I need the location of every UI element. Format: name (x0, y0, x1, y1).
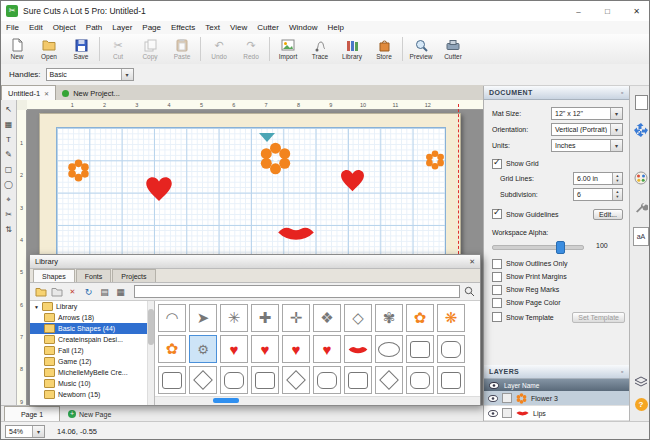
library-horizontal-scrollbar[interactable] (155, 396, 480, 405)
layer-row-lips[interactable]: Lips (484, 406, 629, 421)
shape-cell-asterisk[interactable]: ✳ (220, 304, 248, 332)
import-button[interactable]: Import (272, 34, 304, 64)
paste-button[interactable]: Paste (166, 34, 198, 64)
add-folder-icon[interactable] (34, 285, 47, 298)
menu-edit[interactable]: Edit (24, 21, 48, 34)
shape-cell-diamond-outline[interactable] (189, 366, 217, 394)
text-tool[interactable]: T (2, 132, 16, 147)
menu-layer[interactable]: Layer (107, 21, 137, 34)
tree-scrollbar[interactable] (147, 301, 154, 405)
canvas-shape-lips[interactable] (277, 224, 315, 245)
shape-cell-lips[interactable] (344, 335, 372, 363)
trace-button[interactable]: Trace (304, 34, 336, 64)
shape-cell-rounded-rect-4[interactable] (313, 366, 341, 394)
shape-cell-heart-3[interactable]: ♥ (282, 335, 310, 363)
tab-new-project[interactable]: New Project... (56, 86, 126, 100)
snap-tool[interactable]: ⌖ (2, 192, 16, 207)
shapes-tool[interactable]: ▦ (2, 117, 16, 132)
delete-icon[interactable]: ✕ (66, 285, 79, 298)
library-close-icon[interactable]: ✕ (469, 258, 475, 266)
shape-cell-heart-2[interactable]: ♥ (251, 335, 279, 363)
shape-cell-rounded-rect[interactable] (158, 366, 186, 394)
library-search-input[interactable] (134, 285, 460, 298)
canvas-shape-flower-3[interactable] (425, 150, 445, 174)
help-icon[interactable]: ? (633, 396, 649, 412)
show-outlines-checkbox[interactable] (492, 259, 502, 269)
tree-item-basic-shapes[interactable]: Basic Shapes (44) (30, 323, 154, 334)
canvas-shape-flower-1[interactable] (67, 159, 90, 186)
move-icon[interactable] (633, 122, 649, 138)
layers-stack-icon[interactable] (633, 374, 649, 390)
library-title-bar[interactable]: Library ✕ (30, 255, 480, 269)
layer-row-flower-3[interactable]: Flower 3 (484, 391, 629, 406)
undo-button[interactable]: ↶ Undo (203, 34, 235, 64)
tab-untitled-1[interactable]: Untitled-1 ✕ (1, 85, 56, 100)
shape-cell-gear[interactable]: ⚙ (189, 335, 217, 363)
tab-fonts[interactable]: Fonts (76, 269, 112, 282)
copy-button[interactable]: Copy (134, 34, 166, 64)
tree-item-fall[interactable]: Fall (12) (30, 345, 154, 356)
canvas-shape-flower-2[interactable] (259, 142, 292, 179)
cutter-button[interactable]: Cutter (437, 34, 469, 64)
shape-cell-rounded-square-1[interactable] (406, 335, 434, 363)
maximize-button[interactable]: □ (593, 1, 622, 21)
new-button[interactable]: New (1, 34, 33, 64)
shape-cell-rounded-square-2[interactable] (437, 335, 465, 363)
shape-cell-oval[interactable] (375, 335, 403, 363)
eye-icon[interactable] (488, 410, 498, 417)
panel-collapse-icon[interactable]: ▫ (621, 368, 624, 375)
handles-select[interactable]: Basic ▾ (46, 68, 134, 81)
library-button[interactable]: Library (336, 34, 368, 64)
menu-help[interactable]: Help (322, 21, 348, 34)
shape-cell-diamonds[interactable]: ❖ (313, 304, 341, 332)
knife-tool[interactable]: ✂ (2, 207, 16, 222)
tree-item-game[interactable]: Game (12) (30, 356, 154, 367)
set-template-button[interactable]: Set Template (572, 312, 625, 323)
shape-cell-rounded-rect-3[interactable] (251, 366, 279, 394)
subdivision-spinner[interactable]: 6 ▴▾ (573, 188, 623, 201)
layer-style-icon[interactable] (502, 408, 512, 418)
layer-style-icon[interactable] (502, 393, 512, 403)
tree-item-createinspain[interactable]: Createinspain Desi... (30, 334, 154, 345)
slider-thumb[interactable] (556, 241, 565, 254)
shape-cell-heart-4[interactable]: ♥ (313, 335, 341, 363)
page-1-tab[interactable]: Page 1 (4, 406, 60, 421)
color-palette-icon[interactable] (633, 170, 649, 186)
search-icon[interactable] (463, 285, 476, 298)
spinner-arrows-icon[interactable]: ▴▾ (612, 173, 622, 184)
shape-cell-diamond-outline-3[interactable] (375, 366, 403, 394)
shape-cell-cross-2[interactable]: ✛ (282, 304, 310, 332)
preview-button[interactable]: Preview (405, 34, 437, 64)
show-reg-marks-checkbox[interactable] (492, 285, 502, 295)
remove-folder-icon[interactable] (50, 285, 63, 298)
menu-text[interactable]: Text (200, 21, 225, 34)
menu-page[interactable]: Page (137, 21, 166, 34)
store-button[interactable]: Store (368, 34, 400, 64)
shape-cell-flower-orange-3[interactable]: ✿ (158, 335, 186, 363)
menu-view[interactable]: View (225, 21, 252, 34)
tree-item-michellemybelle[interactable]: MichelleMyBelle Cre... (30, 367, 154, 378)
tree-item-music[interactable]: Music (10) (30, 378, 154, 389)
minimize-button[interactable]: – (564, 1, 593, 21)
cut-button[interactable]: ✂ Cut (102, 34, 134, 64)
menu-file[interactable]: File (1, 21, 24, 34)
shape-cell-arch[interactable]: ◠ (158, 304, 186, 332)
refresh-icon[interactable]: ↻ (82, 285, 95, 298)
ellipse-tool[interactable]: ◯ (2, 177, 16, 192)
menu-effects[interactable]: Effects (166, 21, 200, 34)
canvas-shape-heart-1[interactable] (144, 175, 174, 207)
show-print-margins-checkbox[interactable] (492, 272, 502, 282)
canvas-shape-heart-2[interactable] (339, 168, 366, 197)
show-grid-checkbox[interactable]: ✓ (492, 159, 502, 169)
tree-item-newborn[interactable]: Newborn (15) (30, 389, 154, 400)
tree-item-arrows[interactable]: Arrows (18) (30, 312, 154, 323)
orientation-select[interactable]: Vertical (Portrait) ▾ (551, 123, 623, 136)
spinner-arrows-icon[interactable]: ▴▾ (612, 189, 622, 200)
view-list-icon[interactable]: ▤ (98, 285, 111, 298)
grid-lines-spinner[interactable]: 6.00 in ▴▾ (573, 172, 623, 185)
menu-object[interactable]: Object (48, 21, 81, 34)
tab-shapes[interactable]: Shapes (33, 269, 75, 282)
menu-path[interactable]: Path (81, 21, 107, 34)
document-panel-header[interactable]: DOCUMENT ▫ (484, 86, 629, 100)
units-select[interactable]: Inches ▾ (551, 139, 623, 152)
